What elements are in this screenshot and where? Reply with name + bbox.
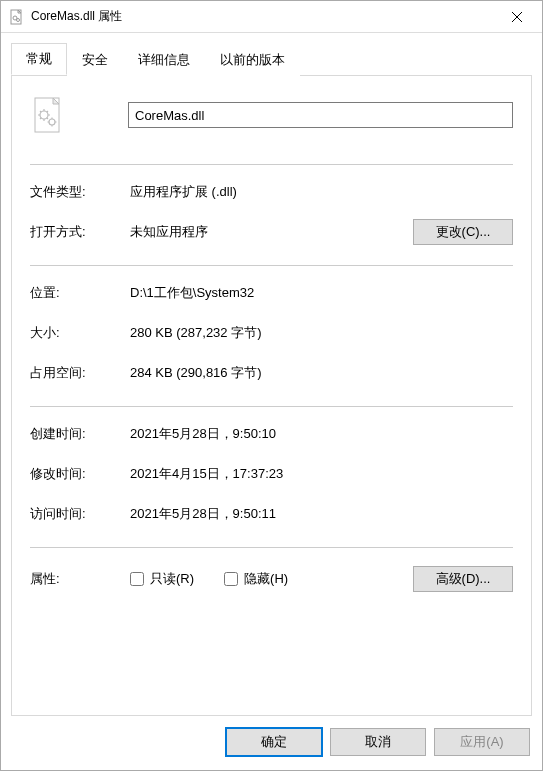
tab-security[interactable]: 安全 — [67, 44, 123, 76]
tab-strip: 常规 安全 详细信息 以前的版本 — [11, 43, 532, 75]
divider — [30, 164, 513, 165]
divider — [30, 547, 513, 548]
row-modified: 修改时间: 2021年4月15日，17:37:23 — [30, 461, 513, 487]
readonly-checkbox[interactable] — [130, 572, 144, 586]
hidden-label: 隐藏(H) — [244, 570, 288, 588]
label-filetype: 文件类型: — [30, 183, 130, 201]
tab-general[interactable]: 常规 — [11, 43, 67, 75]
tab-details[interactable]: 详细信息 — [123, 44, 205, 76]
advanced-button[interactable]: 高级(D)... — [413, 566, 513, 592]
hidden-checkbox[interactable] — [224, 572, 238, 586]
title-bar: CoreMas.dll 属性 — [1, 1, 542, 33]
properties-dialog: CoreMas.dll 属性 常规 安全 详细信息 以前的版本 — [0, 0, 543, 771]
tab-previous-versions[interactable]: 以前的版本 — [205, 44, 300, 76]
label-modified: 修改时间: — [30, 465, 130, 483]
readonly-checkbox-wrap[interactable]: 只读(R) — [130, 570, 194, 588]
apply-button[interactable]: 应用(A) — [434, 728, 530, 756]
value-size: 280 KB (287,232 字节) — [130, 324, 513, 342]
cancel-button[interactable]: 取消 — [330, 728, 426, 756]
value-modified: 2021年4月15日，17:37:23 — [130, 465, 513, 483]
row-created: 创建时间: 2021年5月28日，9:50:10 — [30, 421, 513, 447]
row-attributes: 属性: 只读(R) 隐藏(H) 高级(D)... — [30, 566, 513, 592]
tab-page-general: 文件类型: 应用程序扩展 (.dll) 打开方式: 未知应用程序 更改(C)..… — [11, 75, 532, 716]
row-filetype: 文件类型: 应用程序扩展 (.dll) — [30, 179, 513, 205]
filename-input[interactable] — [128, 102, 513, 128]
row-accessed: 访问时间: 2021年5月28日，9:50:11 — [30, 501, 513, 527]
file-icon — [28, 94, 70, 136]
row-location: 位置: D:\1工作包\System32 — [30, 280, 513, 306]
ok-button[interactable]: 确定 — [226, 728, 322, 756]
value-accessed: 2021年5月28日，9:50:11 — [130, 505, 513, 523]
divider — [30, 406, 513, 407]
label-created: 创建时间: — [30, 425, 130, 443]
filename-row — [30, 94, 513, 136]
client-area: 常规 安全 详细信息 以前的版本 — [1, 33, 542, 716]
label-size: 大小: — [30, 324, 130, 342]
label-sizeondisk: 占用空间: — [30, 364, 130, 382]
label-location: 位置: — [30, 284, 130, 302]
row-openwith: 打开方式: 未知应用程序 更改(C)... — [30, 219, 513, 245]
value-location: D:\1工作包\System32 — [130, 284, 513, 302]
hidden-checkbox-wrap[interactable]: 隐藏(H) — [224, 570, 288, 588]
label-openwith: 打开方式: — [30, 223, 130, 241]
row-size: 大小: 280 KB (287,232 字节) — [30, 320, 513, 346]
label-accessed: 访问时间: — [30, 505, 130, 523]
value-created: 2021年5月28日，9:50:10 — [130, 425, 513, 443]
button-bar: 确定 取消 应用(A) — [1, 716, 542, 770]
row-sizeondisk: 占用空间: 284 KB (290,816 字节) — [30, 360, 513, 386]
divider — [30, 265, 513, 266]
readonly-label: 只读(R) — [150, 570, 194, 588]
value-openwith: 未知应用程序 — [130, 223, 413, 241]
value-sizeondisk: 284 KB (290,816 字节) — [130, 364, 513, 382]
close-button[interactable] — [494, 2, 540, 32]
change-button[interactable]: 更改(C)... — [413, 219, 513, 245]
gear-file-icon — [9, 9, 25, 25]
label-attributes: 属性: — [30, 570, 130, 588]
value-filetype: 应用程序扩展 (.dll) — [130, 183, 513, 201]
window-title: CoreMas.dll 属性 — [31, 8, 494, 25]
